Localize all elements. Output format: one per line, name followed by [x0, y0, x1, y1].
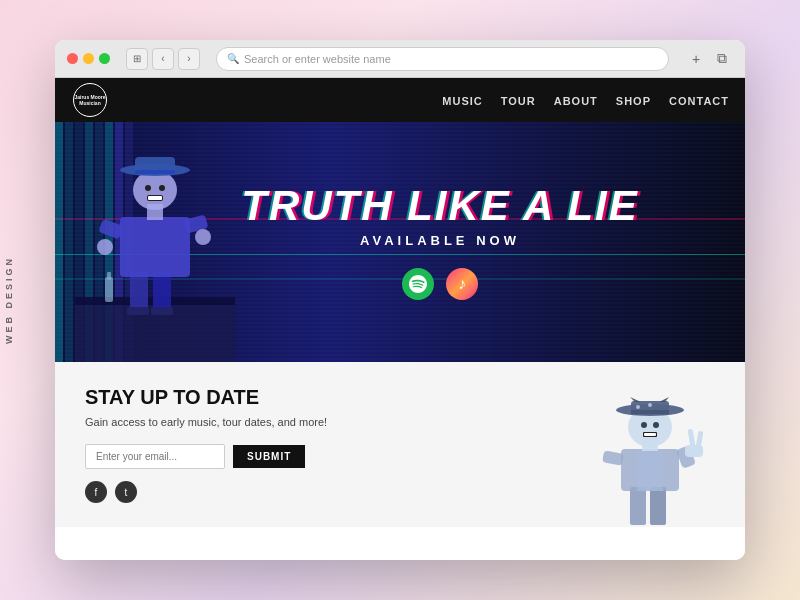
svg-rect-25	[637, 449, 663, 491]
nav-link-music[interactable]: MUSIC	[442, 95, 482, 107]
subscribe-character-illustration	[585, 397, 715, 527]
nav-links: MUSIC TOUR ABOUT SHOP CONTACT	[442, 91, 729, 109]
svg-point-10	[195, 229, 211, 245]
svg-rect-5	[151, 307, 173, 315]
svg-point-37	[648, 403, 652, 407]
svg-rect-15	[135, 170, 175, 174]
svg-point-36	[636, 405, 640, 409]
traffic-lights	[67, 53, 110, 64]
svg-rect-19	[148, 196, 162, 200]
svg-point-38	[641, 422, 647, 428]
streaming-icons: ♪	[241, 268, 639, 300]
svg-point-39	[653, 422, 659, 428]
address-bar[interactable]: 🔍 Search or enter website name	[216, 47, 669, 71]
spotify-button[interactable]	[402, 268, 434, 300]
svg-rect-6	[120, 217, 190, 277]
site-navigation: Jairus Moore Musician MUSIC TOUR ABOUT S…	[55, 78, 745, 122]
logo-circle: Jairus Moore Musician	[73, 83, 107, 117]
svg-rect-23	[650, 487, 666, 525]
web-design-sidebar-label: WEB DESIGN	[0, 250, 18, 350]
svg-rect-41	[644, 433, 656, 436]
nav-link-shop[interactable]: SHOP	[616, 95, 651, 107]
svg-point-16	[145, 185, 151, 191]
svg-point-17	[159, 185, 165, 191]
minimize-button[interactable]	[83, 53, 94, 64]
maximize-button[interactable]	[99, 53, 110, 64]
subscribe-section: STAY UP TO DATE Gain access to early mus…	[55, 362, 745, 527]
svg-marker-43	[659, 397, 669, 402]
subscribe-content: STAY UP TO DATE Gain access to early mus…	[85, 386, 385, 503]
browser-controls: ⊞ ‹ ›	[126, 48, 200, 70]
svg-rect-22	[630, 487, 646, 525]
svg-rect-35	[631, 410, 669, 414]
svg-rect-28	[687, 429, 695, 448]
browser-action-buttons: + ⧉	[685, 48, 733, 70]
address-text: Search or enter website name	[244, 53, 391, 65]
svg-rect-30	[685, 445, 703, 457]
nav-item-shop[interactable]: SHOP	[616, 91, 651, 109]
svg-rect-7	[98, 219, 123, 240]
social-icons: f t	[85, 481, 385, 503]
svg-rect-4	[127, 307, 149, 315]
site-logo[interactable]: Jairus Moore Musician	[71, 81, 109, 119]
hero-title: TRUTH LIKE A LIE	[241, 185, 639, 227]
apple-music-button[interactable]: ♪	[446, 268, 478, 300]
nav-link-tour[interactable]: TOUR	[501, 95, 536, 107]
browser-window: ⊞ ‹ › 🔍 Search or enter website name + ⧉…	[55, 40, 745, 560]
nav-item-about[interactable]: ABOUT	[554, 91, 598, 109]
nav-item-contact[interactable]: CONTACT	[669, 91, 729, 109]
subscribe-title: STAY UP TO DATE	[85, 386, 385, 409]
website-content: Jairus Moore Musician MUSIC TOUR ABOUT S…	[55, 78, 745, 560]
svg-point-9	[97, 239, 113, 255]
hero-content: TRUTH LIKE A LIE AVAILABLE NOW ♪	[241, 185, 639, 300]
copy-button[interactable]: ⧉	[711, 48, 733, 70]
windows-button[interactable]: ⊞	[126, 48, 148, 70]
email-input[interactable]	[85, 444, 225, 469]
nav-item-music[interactable]: MUSIC	[442, 91, 482, 109]
nav-item-tour[interactable]: TOUR	[501, 91, 536, 109]
submit-button[interactable]: SUBMIT	[233, 445, 305, 468]
logo-text: Jairus Moore Musician	[74, 94, 106, 107]
browser-chrome: ⊞ ‹ › 🔍 Search or enter website name + ⧉	[55, 40, 745, 78]
facebook-button[interactable]: f	[85, 481, 107, 503]
nav-link-about[interactable]: ABOUT	[554, 95, 598, 107]
svg-rect-26	[602, 451, 624, 466]
svg-rect-3	[153, 272, 171, 312]
add-tab-button[interactable]: +	[685, 48, 707, 70]
svg-rect-21	[107, 272, 111, 280]
svg-rect-2	[130, 272, 148, 312]
back-button[interactable]: ‹	[152, 48, 174, 70]
subscribe-description: Gain access to early music, tour dates, …	[85, 415, 385, 430]
svg-rect-20	[105, 277, 113, 302]
hero-subtitle: AVAILABLE NOW	[241, 233, 639, 248]
svg-marker-42	[630, 397, 641, 402]
forward-button[interactable]: ›	[178, 48, 200, 70]
twitter-button[interactable]: t	[115, 481, 137, 503]
hero-section: TRUTH LIKE A LIE AVAILABLE NOW ♪	[55, 122, 745, 362]
nav-link-contact[interactable]: CONTACT	[669, 95, 729, 107]
hero-character-illustration	[75, 132, 235, 362]
close-button[interactable]	[67, 53, 78, 64]
subscribe-form: SUBMIT	[85, 444, 385, 469]
